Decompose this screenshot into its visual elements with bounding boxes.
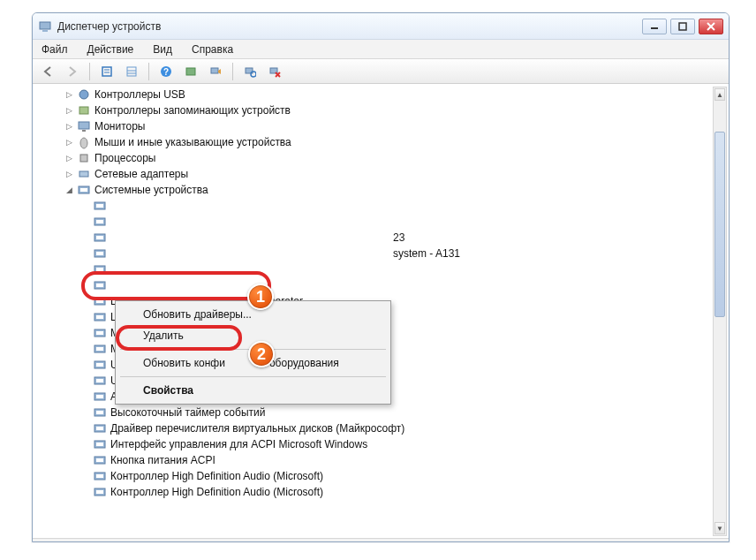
tree-category[interactable]: ▷ Мыши и иные указывающие устройства bbox=[36, 134, 713, 150]
tree-item[interactable] bbox=[36, 277, 713, 293]
scroll-thumb[interactable] bbox=[714, 132, 725, 317]
tree-item[interactable]: Драйвер перечислителя виртуальных дисков… bbox=[36, 420, 713, 436]
system-icon bbox=[93, 310, 107, 324]
svg-rect-29 bbox=[80, 188, 87, 192]
svg-text:?: ? bbox=[163, 67, 169, 77]
tree-item[interactable]: Интерфейс управления для ACPI Microsoft … bbox=[36, 436, 713, 452]
properties-button[interactable] bbox=[97, 62, 117, 81]
system-icon bbox=[93, 342, 107, 356]
help-button[interactable]: ? bbox=[156, 62, 176, 81]
tree-category[interactable]: ▷ Сетевые адаптеры bbox=[36, 166, 713, 182]
menu-file[interactable]: Файл bbox=[38, 42, 72, 57]
system-icon bbox=[93, 262, 107, 276]
tree-item[interactable] bbox=[36, 198, 713, 214]
tree-item[interactable]: system - A131 bbox=[36, 246, 713, 261]
svg-rect-47 bbox=[96, 331, 103, 335]
svg-rect-37 bbox=[96, 252, 103, 255]
menu-action[interactable]: Действие bbox=[84, 42, 138, 57]
monitor-icon bbox=[77, 119, 91, 133]
tree-category-expanded[interactable]: ◢ Системные устройства bbox=[36, 182, 713, 198]
svg-rect-39 bbox=[96, 268, 103, 271]
ctx-properties[interactable]: Свойства bbox=[118, 380, 388, 401]
expand-icon[interactable]: ▷ bbox=[64, 122, 74, 132]
tree-item[interactable]: Контроллер High Definition Audio (Micros… bbox=[36, 484, 713, 500]
tree-category[interactable]: ▷ Контроллеры запоминающих устройств bbox=[36, 102, 713, 118]
tree-item[interactable]: Кнопка питания ACPI bbox=[36, 452, 713, 468]
toolbar: ? bbox=[33, 59, 729, 84]
svg-rect-51 bbox=[96, 363, 103, 367]
tree-category[interactable]: ▷ Контроллеры USB bbox=[36, 87, 713, 102]
toolbar-sep bbox=[232, 63, 233, 80]
tree-label: Контроллеры запоминающих устройств bbox=[94, 104, 291, 117]
collapse-icon[interactable]: ◢ bbox=[64, 185, 74, 195]
badge-1: 1 bbox=[247, 284, 274, 310]
minimize-button[interactable] bbox=[642, 19, 667, 34]
back-button[interactable] bbox=[38, 62, 57, 81]
svg-rect-49 bbox=[96, 347, 103, 351]
svg-rect-26 bbox=[80, 155, 87, 162]
expand-icon[interactable]: ▷ bbox=[64, 106, 74, 116]
system-icon bbox=[93, 485, 107, 499]
remote-button[interactable] bbox=[206, 62, 225, 81]
svg-rect-55 bbox=[96, 395, 103, 398]
svg-rect-53 bbox=[96, 379, 103, 382]
forward-button[interactable] bbox=[63, 62, 82, 81]
scroll-up-arrow[interactable]: ▲ bbox=[714, 88, 725, 101]
titlebar[interactable]: Диспетчер устройств bbox=[33, 13, 729, 40]
tree-item-label: Контроллер High Definition Audio (Micros… bbox=[110, 486, 323, 498]
window-buttons bbox=[642, 19, 723, 34]
system-icon bbox=[93, 437, 107, 451]
menu-view[interactable]: Вид bbox=[149, 42, 176, 57]
app-icon bbox=[38, 19, 52, 34]
svg-rect-33 bbox=[96, 220, 103, 223]
network-icon bbox=[77, 167, 91, 181]
close-button[interactable] bbox=[699, 19, 723, 34]
vertical-scrollbar[interactable]: ▲ ▼ bbox=[713, 87, 727, 536]
svg-point-25 bbox=[80, 138, 87, 148]
tree-label: Процессоры bbox=[94, 152, 156, 164]
system-icon bbox=[93, 326, 107, 340]
mouse-icon bbox=[77, 135, 91, 149]
tree-item[interactable]: Высокоточный таймер событий bbox=[36, 405, 713, 420]
tree-label: Контроллеры USB bbox=[94, 88, 185, 101]
expand-icon[interactable]: ▷ bbox=[64, 90, 74, 100]
scan-button[interactable] bbox=[240, 62, 260, 81]
svg-rect-43 bbox=[96, 299, 103, 303]
svg-rect-27 bbox=[79, 171, 88, 177]
svg-rect-24 bbox=[82, 130, 86, 132]
svg-point-17 bbox=[251, 72, 256, 77]
svg-rect-57 bbox=[96, 411, 103, 414]
tree-category[interactable]: ▷ Процессоры bbox=[36, 150, 713, 166]
system-icon bbox=[93, 278, 107, 292]
tree-item[interactable] bbox=[36, 214, 713, 230]
system-icon bbox=[93, 421, 107, 435]
expand-icon[interactable]: ▷ bbox=[64, 170, 74, 179]
tree-category[interactable]: ▷ Мониторы bbox=[36, 118, 713, 134]
list-button[interactable] bbox=[122, 62, 141, 81]
svg-rect-1 bbox=[42, 30, 48, 32]
svg-rect-65 bbox=[96, 474, 103, 478]
menu-help[interactable]: Справка bbox=[188, 42, 237, 57]
tree-item[interactable] bbox=[36, 261, 713, 277]
statusbar bbox=[33, 538, 729, 541]
system-icon bbox=[93, 453, 107, 467]
svg-rect-41 bbox=[96, 284, 103, 287]
expand-icon[interactable]: ▷ bbox=[64, 154, 74, 163]
maximize-button[interactable] bbox=[670, 19, 695, 34]
cpu-icon bbox=[77, 151, 91, 165]
system-icon bbox=[93, 405, 107, 420]
expand-icon[interactable]: ▷ bbox=[64, 138, 74, 148]
svg-rect-6 bbox=[102, 67, 111, 76]
uninstall-button[interactable] bbox=[265, 62, 284, 81]
toolbar-sep bbox=[148, 63, 149, 80]
device-manager-window: Диспетчер устройств Файл Действие Вид Сп… bbox=[32, 12, 730, 542]
show-hidden-button[interactable] bbox=[181, 62, 200, 81]
svg-rect-22 bbox=[79, 107, 88, 114]
scroll-down-arrow[interactable]: ▼ bbox=[714, 522, 725, 534]
storage-icon bbox=[77, 103, 91, 117]
svg-rect-31 bbox=[96, 204, 103, 208]
tree-item[interactable]: Контроллер High Definition Audio (Micros… bbox=[36, 468, 713, 484]
tree-item-label: Высокоточный таймер событий bbox=[110, 406, 265, 419]
svg-rect-23 bbox=[79, 122, 89, 129]
tree-item[interactable]: 23 bbox=[36, 230, 713, 246]
